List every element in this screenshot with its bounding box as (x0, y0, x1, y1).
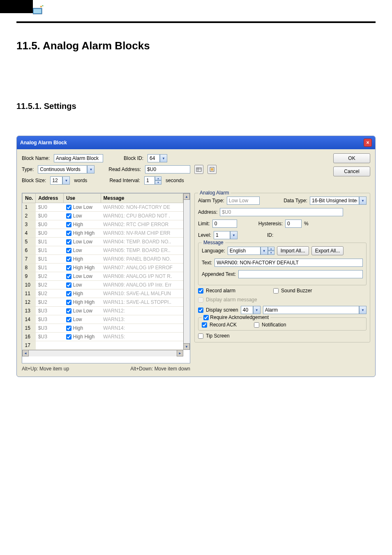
use-checkbox[interactable] (66, 257, 71, 262)
dialog-titlebar[interactable]: Analog Alarm Block × (17, 136, 375, 149)
use-checkbox[interactable] (66, 326, 71, 331)
scrollbar-left-icon[interactable]: ◄ (22, 350, 29, 356)
use-checkbox[interactable] (66, 222, 71, 227)
scrollbar-vertical[interactable] (183, 200, 190, 350)
scrollbar-down-icon[interactable]: ▼ (183, 343, 190, 350)
table-row[interactable]: 9$U2Low LowWARN08: ANALOG I/P NOT R. (23, 272, 183, 281)
cell-address: $U1 (36, 255, 64, 264)
cell-no: 8 (23, 264, 36, 272)
cell-use: Low (64, 246, 101, 255)
appended-text-input[interactable] (238, 270, 363, 278)
cell-use: High (64, 324, 101, 333)
address-picker1-icon[interactable] (194, 165, 203, 174)
table-row[interactable]: 6$U1LowWARN05: TEMP. BOARD ER.. (23, 246, 183, 255)
language-spinner-up-icon[interactable]: ▲ (268, 247, 274, 251)
level-select[interactable] (214, 231, 230, 239)
scrollbar-up-icon[interactable]: ▲ (183, 193, 190, 200)
use-checkbox[interactable] (66, 317, 71, 322)
record-ack-checkbox[interactable] (202, 322, 207, 328)
use-checkbox[interactable] (66, 248, 71, 253)
use-checkbox[interactable] (66, 265, 71, 271)
level-dropdown-icon[interactable]: ▼ (230, 231, 238, 239)
display-screen-id-dropdown-icon[interactable]: ▼ (253, 306, 261, 314)
table-row[interactable]: 2$U0LowWARN01: CPU BOARD NOT . (23, 212, 183, 220)
type-dropdown-icon[interactable]: ▼ (87, 165, 95, 173)
limit-input[interactable] (212, 220, 237, 228)
interval-spinner-up-icon[interactable]: ▲ (155, 176, 161, 180)
block-id-input[interactable] (148, 154, 160, 162)
use-checkbox[interactable] (66, 231, 71, 236)
block-name-input[interactable] (54, 154, 103, 162)
sound-buzzer-checkbox[interactable] (273, 288, 279, 294)
col-use[interactable]: Use (64, 194, 101, 203)
table-row[interactable]: 17 (23, 341, 183, 350)
data-type-dropdown-icon[interactable]: ▼ (359, 197, 367, 205)
block-size-dropdown-icon[interactable]: ▼ (62, 176, 70, 185)
block-name-label: Block Name: (22, 155, 50, 161)
table-row[interactable]: 3$U0HighWARN02: RTC CHIP ERROR (23, 220, 183, 229)
language-dropdown-icon[interactable]: ▼ (261, 247, 268, 255)
table-row[interactable]: 13$U3Low LowWARN12: (23, 307, 183, 315)
display-screen-type-dropdown-icon[interactable]: ▼ (359, 306, 367, 314)
col-no[interactable]: No. (23, 194, 36, 203)
text-input[interactable] (214, 259, 363, 267)
cell-address: $U1 (36, 238, 64, 246)
use-checkbox[interactable] (66, 274, 71, 279)
use-checkbox[interactable] (66, 291, 71, 296)
table-row[interactable]: 11$U2HighWARN10: SAVE-ALL MALFUN (23, 289, 183, 298)
interval-spinner-down-icon[interactable]: ▼ (155, 180, 161, 185)
notification-checkbox[interactable] (254, 322, 259, 328)
cancel-button[interactable]: Cancel (333, 166, 370, 176)
ok-button[interactable]: OK (333, 153, 370, 163)
export-all-button[interactable]: Export All... (311, 246, 344, 255)
col-address[interactable]: Address (36, 194, 64, 203)
table-row[interactable]: 7$U1HighWARN06: PANEL BOARD NO. (23, 255, 183, 264)
use-checkbox[interactable] (66, 308, 71, 314)
hysteresis-input[interactable] (285, 220, 302, 228)
table-row[interactable]: 10$U2LowWARN09: ANALOG I/P Intr. Err (23, 281, 183, 289)
use-checkbox[interactable] (66, 205, 71, 210)
col-message[interactable]: Message (101, 194, 183, 203)
block-id-dropdown-icon[interactable]: ▼ (160, 154, 167, 162)
tip-screen-checkbox[interactable] (198, 333, 203, 339)
require-ack-checkbox[interactable] (203, 315, 209, 320)
cell-address: $U3 (36, 333, 64, 341)
scrollbar-right-icon[interactable]: ► (177, 350, 183, 356)
close-button[interactable]: × (364, 139, 372, 147)
table-row[interactable]: 1$U0Low LowWARN00: NON-FACTORY DE (23, 203, 183, 212)
display-screen-type-select[interactable] (263, 306, 359, 314)
type-label: Type: (22, 166, 34, 172)
table-row[interactable]: 12$U2High HighWARN11: SAVE-ALL STOPPI.. (23, 298, 183, 307)
read-address-input[interactable] (145, 165, 190, 173)
record-alarm-checkbox[interactable] (198, 288, 203, 294)
block-size-input[interactable] (50, 176, 62, 185)
cell-no: 6 (23, 246, 36, 255)
scrollbar-horizontal[interactable] (29, 350, 183, 356)
table-row[interactable]: 15$U3HighWARN14: (23, 324, 183, 333)
use-checkbox[interactable] (66, 213, 71, 219)
language-spinner-down-icon[interactable]: ▼ (268, 251, 274, 255)
display-screen-checkbox[interactable] (198, 308, 203, 313)
table-row[interactable]: 5$U1Low LowWARN04: TEMP. BOARD NO.. (23, 238, 183, 246)
import-all-button[interactable]: Import All... (277, 246, 309, 255)
table-row[interactable]: 14$U3LowWARN13: (23, 315, 183, 324)
read-interval-input[interactable] (144, 176, 155, 185)
cell-use: Low (64, 212, 101, 220)
alarm-type-label: Alarm Type: (198, 198, 224, 204)
display-screen-id-input[interactable] (241, 306, 253, 314)
data-type-select[interactable] (310, 197, 359, 205)
use-checkbox[interactable] (66, 239, 71, 245)
cell-no: 11 (23, 289, 36, 298)
use-checkbox[interactable] (66, 282, 71, 288)
language-select[interactable] (228, 247, 261, 255)
cell-message: WARN11: SAVE-ALL STOPPI.. (101, 298, 183, 307)
address-picker2-icon[interactable] (208, 165, 217, 174)
table-row[interactable]: 16$U3High HighWARN15: (23, 333, 183, 341)
table-row[interactable]: 8$U1High HighWARN07: ANALOG I/P ERROF (23, 264, 183, 272)
table-row[interactable]: 4$U0High HighWARN03: NV-RAM CHIP ERR (23, 229, 183, 238)
use-checkbox[interactable] (66, 334, 71, 340)
type-select[interactable] (38, 165, 87, 173)
cell-address: $U2 (36, 289, 64, 298)
header-rule (16, 21, 376, 23)
use-checkbox[interactable] (66, 300, 71, 305)
